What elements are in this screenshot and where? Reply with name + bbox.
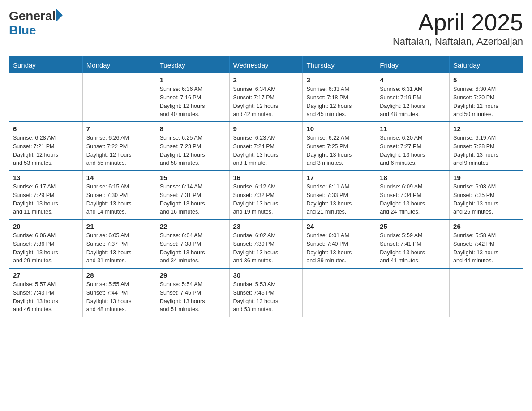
day-info: Sunrise: 6:05 AM Sunset: 7:37 PM Dayligh… [86, 231, 152, 265]
day-number: 25 [380, 223, 446, 230]
calendar-week-row: 20Sunrise: 6:06 AM Sunset: 7:36 PM Dayli… [9, 219, 523, 268]
day-info: Sunrise: 6:14 AM Sunset: 7:31 PM Dayligh… [160, 183, 226, 216]
day-number: 7 [86, 125, 152, 133]
day-info: Sunrise: 6:36 AM Sunset: 7:16 PM Dayligh… [160, 85, 226, 119]
day-number: 21 [86, 223, 152, 230]
day-number: 16 [233, 174, 299, 181]
day-number: 27 [13, 271, 79, 279]
calendar-cell: 16Sunrise: 6:12 AM Sunset: 7:32 PM Dayli… [229, 171, 303, 219]
day-info: Sunrise: 6:20 AM Sunset: 7:27 PM Dayligh… [380, 134, 446, 167]
logo-arrow-icon [56, 9, 63, 21]
day-number: 12 [453, 125, 519, 133]
day-number: 13 [13, 174, 79, 181]
day-info: Sunrise: 5:57 AM Sunset: 7:43 PM Dayligh… [13, 280, 79, 314]
day-info: Sunrise: 6:19 AM Sunset: 7:28 PM Dayligh… [453, 134, 519, 167]
day-info: Sunrise: 5:58 AM Sunset: 7:42 PM Dayligh… [453, 231, 519, 265]
logo-blue-text: Blue [9, 23, 36, 38]
logo-general-text: General [9, 9, 56, 23]
calendar-cell: 9Sunrise: 6:23 AM Sunset: 7:24 PM Daylig… [229, 122, 303, 171]
calendar-cell: 4Sunrise: 6:31 AM Sunset: 7:19 PM Daylig… [376, 73, 450, 122]
calendar-cell: 14Sunrise: 6:15 AM Sunset: 7:30 PM Dayli… [82, 171, 156, 219]
calendar-cell: 7Sunrise: 6:26 AM Sunset: 7:22 PM Daylig… [82, 122, 156, 171]
title-block: April 2025 Naftalan, Naftalan, Azerbaija… [393, 9, 523, 47]
day-number: 6 [13, 125, 79, 133]
day-info: Sunrise: 5:54 AM Sunset: 7:45 PM Dayligh… [160, 280, 226, 314]
day-number: 8 [160, 125, 226, 133]
day-number: 5 [453, 76, 519, 84]
day-number: 19 [453, 174, 519, 181]
calendar-cell: 23Sunrise: 6:02 AM Sunset: 7:39 PM Dayli… [229, 219, 303, 268]
day-info: Sunrise: 6:22 AM Sunset: 7:25 PM Dayligh… [306, 134, 372, 167]
weekday-header: Wednesday [229, 57, 303, 74]
day-number: 2 [233, 76, 299, 84]
day-number: 11 [380, 125, 446, 133]
weekday-header: Friday [376, 57, 450, 74]
calendar-cell: 3Sunrise: 6:33 AM Sunset: 7:18 PM Daylig… [303, 73, 376, 122]
day-info: Sunrise: 6:06 AM Sunset: 7:36 PM Dayligh… [13, 231, 79, 265]
calendar-title: April 2025 [393, 9, 523, 36]
day-number: 4 [380, 76, 446, 84]
day-number: 22 [160, 223, 226, 230]
day-number: 9 [233, 125, 299, 133]
calendar-week-row: 27Sunrise: 5:57 AM Sunset: 7:43 PM Dayli… [9, 268, 523, 317]
day-info: Sunrise: 5:53 AM Sunset: 7:46 PM Dayligh… [233, 280, 299, 314]
day-info: Sunrise: 6:28 AM Sunset: 7:21 PM Dayligh… [13, 134, 79, 167]
calendar-cell: 17Sunrise: 6:11 AM Sunset: 7:33 PM Dayli… [303, 171, 376, 219]
calendar-cell: 19Sunrise: 6:08 AM Sunset: 7:35 PM Dayli… [450, 171, 523, 219]
calendar-cell: 1Sunrise: 6:36 AM Sunset: 7:16 PM Daylig… [156, 73, 229, 122]
day-info: Sunrise: 5:59 AM Sunset: 7:41 PM Dayligh… [380, 231, 446, 265]
calendar-cell: 27Sunrise: 5:57 AM Sunset: 7:43 PM Dayli… [9, 268, 83, 317]
day-number: 17 [306, 174, 372, 181]
calendar-subtitle: Naftalan, Naftalan, Azerbaijan [393, 36, 523, 47]
calendar-cell: 13Sunrise: 6:17 AM Sunset: 7:29 PM Dayli… [9, 171, 83, 219]
calendar-cell [9, 73, 83, 122]
day-number: 20 [13, 223, 79, 230]
calendar-cell: 26Sunrise: 5:58 AM Sunset: 7:42 PM Dayli… [450, 219, 523, 268]
calendar-cell: 15Sunrise: 6:14 AM Sunset: 7:31 PM Dayli… [156, 171, 229, 219]
day-number: 14 [86, 174, 152, 181]
calendar-cell [303, 268, 376, 317]
weekday-header: Thursday [303, 57, 376, 74]
day-number: 10 [306, 125, 372, 133]
day-number: 29 [160, 271, 226, 279]
day-info: Sunrise: 6:04 AM Sunset: 7:38 PM Dayligh… [160, 231, 226, 265]
day-number: 18 [380, 174, 446, 181]
day-info: Sunrise: 6:31 AM Sunset: 7:19 PM Dayligh… [380, 85, 446, 119]
day-info: Sunrise: 6:33 AM Sunset: 7:18 PM Dayligh… [306, 85, 372, 119]
day-info: Sunrise: 6:30 AM Sunset: 7:20 PM Dayligh… [453, 85, 519, 119]
calendar-cell [376, 268, 450, 317]
day-info: Sunrise: 6:17 AM Sunset: 7:29 PM Dayligh… [13, 183, 79, 216]
day-info: Sunrise: 6:34 AM Sunset: 7:17 PM Dayligh… [233, 85, 299, 119]
day-number: 23 [233, 223, 299, 230]
day-number: 15 [160, 174, 226, 181]
calendar-cell: 6Sunrise: 6:28 AM Sunset: 7:21 PM Daylig… [9, 122, 83, 171]
calendar-header-row: SundayMondayTuesdayWednesdayThursdayFrid… [9, 57, 523, 74]
calendar-cell: 11Sunrise: 6:20 AM Sunset: 7:27 PM Dayli… [376, 122, 450, 171]
day-info: Sunrise: 6:01 AM Sunset: 7:40 PM Dayligh… [306, 231, 372, 265]
day-number: 1 [160, 76, 226, 84]
calendar-cell: 29Sunrise: 5:54 AM Sunset: 7:45 PM Dayli… [156, 268, 229, 317]
day-number: 24 [306, 223, 372, 230]
day-number: 28 [86, 271, 152, 279]
calendar-cell: 24Sunrise: 6:01 AM Sunset: 7:40 PM Dayli… [303, 219, 376, 268]
calendar-cell: 10Sunrise: 6:22 AM Sunset: 7:25 PM Dayli… [303, 122, 376, 171]
weekday-header: Tuesday [156, 57, 229, 74]
day-info: Sunrise: 6:08 AM Sunset: 7:35 PM Dayligh… [453, 183, 519, 216]
calendar-week-row: 13Sunrise: 6:17 AM Sunset: 7:29 PM Dayli… [9, 171, 523, 219]
day-info: Sunrise: 6:23 AM Sunset: 7:24 PM Dayligh… [233, 134, 299, 167]
day-info: Sunrise: 6:25 AM Sunset: 7:23 PM Dayligh… [160, 134, 226, 167]
day-number: 26 [453, 223, 519, 230]
page-header: General Blue April 2025 Naftalan, Naftal… [9, 9, 523, 47]
day-number: 30 [233, 271, 299, 279]
logo: General Blue [9, 9, 63, 38]
calendar-cell: 8Sunrise: 6:25 AM Sunset: 7:23 PM Daylig… [156, 122, 229, 171]
calendar-cell: 25Sunrise: 5:59 AM Sunset: 7:41 PM Dayli… [376, 219, 450, 268]
day-info: Sunrise: 6:09 AM Sunset: 7:34 PM Dayligh… [380, 183, 446, 216]
day-info: Sunrise: 6:02 AM Sunset: 7:39 PM Dayligh… [233, 231, 299, 265]
calendar-table: SundayMondayTuesdayWednesdayThursdayFrid… [9, 56, 523, 317]
calendar-cell: 30Sunrise: 5:53 AM Sunset: 7:46 PM Dayli… [229, 268, 303, 317]
day-info: Sunrise: 6:12 AM Sunset: 7:32 PM Dayligh… [233, 183, 299, 216]
weekday-header: Sunday [9, 57, 83, 74]
day-info: Sunrise: 6:15 AM Sunset: 7:30 PM Dayligh… [86, 183, 152, 216]
calendar-week-row: 6Sunrise: 6:28 AM Sunset: 7:21 PM Daylig… [9, 122, 523, 171]
